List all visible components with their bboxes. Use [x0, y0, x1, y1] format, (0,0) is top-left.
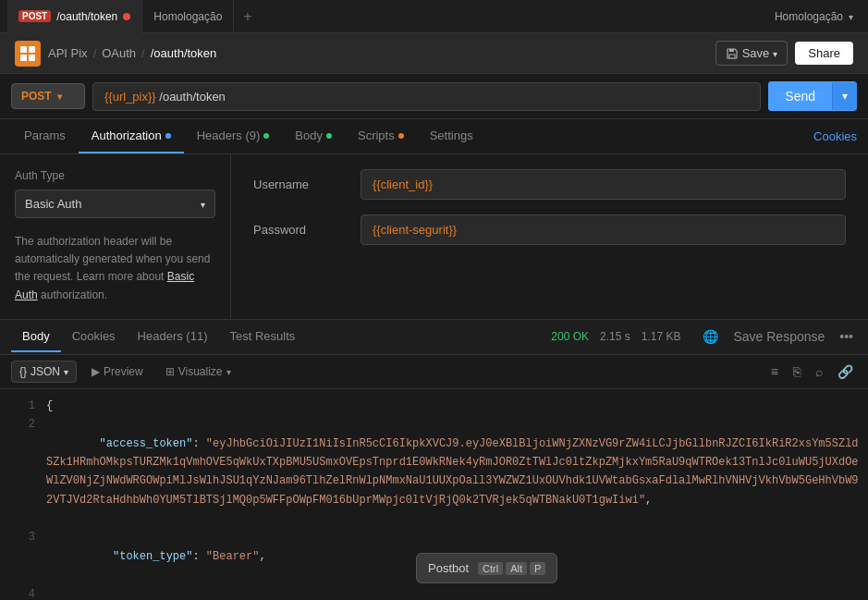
- username-label: Username: [253, 178, 346, 191]
- share-button[interactable]: Share: [795, 42, 853, 65]
- response-tab-headers[interactable]: Headers (11): [127, 322, 219, 352]
- auth-username-field: Username: [253, 169, 846, 200]
- workspace-selector[interactable]: Homologação: [767, 6, 861, 27]
- tab-homologacao[interactable]: Homologação: [142, 0, 234, 33]
- response-action-buttons: 🌐 Save Response •••: [699, 327, 857, 346]
- share-label: Share: [808, 46, 840, 60]
- line-num-1: 1: [7, 397, 35, 415]
- format-label: JSON: [31, 365, 60, 378]
- save-label: Save: [742, 46, 770, 60]
- svg-rect-4: [729, 55, 735, 58]
- auth-description: The authorization header will be automat…: [15, 233, 215, 304]
- save-chevron-icon: [773, 46, 777, 60]
- globe-icon-button[interactable]: 🌐: [699, 327, 722, 346]
- tab-post-oauth[interactable]: POST /oauth/token: [7, 0, 142, 33]
- tab-settings-label: Settings: [430, 129, 473, 142]
- response-size: 1.17 KB: [642, 330, 681, 343]
- cookies-link[interactable]: Cookies: [813, 129, 857, 143]
- auth-content: Auth Type Basic Auth The authorization h…: [0, 154, 868, 319]
- filter-icon-button[interactable]: ≡: [767, 362, 782, 381]
- breadcrumb: API Pix / OAuth / /oauth/token: [48, 46, 216, 60]
- url-path-part: /oauth/token: [156, 90, 226, 104]
- tab-add-button[interactable]: +: [234, 8, 261, 25]
- auth-type-value: Basic Auth: [25, 197, 81, 211]
- svg-rect-2: [20, 55, 27, 61]
- auth-left-panel: Auth Type Basic Auth The authorization h…: [0, 154, 231, 319]
- key-p: P: [530, 562, 545, 575]
- response-tab-test-results[interactable]: Test Results: [218, 322, 306, 352]
- auth-type-dropdown[interactable]: Basic Auth: [15, 190, 215, 218]
- postbot-label: Postbot: [428, 561, 469, 575]
- tab-dirty-dot: [123, 13, 130, 20]
- workspace-label: Homologação: [775, 10, 843, 23]
- username-input[interactable]: [361, 169, 846, 200]
- main-tabs: Params Authorization Headers (9) Body Sc…: [0, 119, 868, 154]
- url-input[interactable]: {{url_pix}} /oauth/token: [92, 82, 761, 111]
- method-chevron-icon: [57, 90, 62, 103]
- tab-authorization-dot: [165, 133, 171, 139]
- tab-homologacao-label: Homologação: [153, 10, 222, 23]
- password-label: Password: [253, 223, 346, 237]
- visualize-label: Visualize: [178, 365, 223, 378]
- format-selector[interactable]: {} JSON: [11, 361, 77, 383]
- tab-headers-label: Headers (9): [197, 129, 261, 142]
- auth-type-chevron-icon: [201, 197, 205, 211]
- tab-bar: POST /oauth/token Homologação + Homologa…: [0, 0, 868, 33]
- link-icon-button[interactable]: 🔗: [834, 362, 857, 381]
- tab-settings[interactable]: Settings: [417, 119, 486, 153]
- svg-rect-3: [29, 55, 35, 61]
- save-response-button[interactable]: Save Response: [729, 327, 828, 346]
- send-button-group[interactable]: Send ▾: [768, 81, 857, 111]
- url-bar: POST {{url_pix}} /oauth/token Send ▾: [0, 74, 868, 119]
- more-options-button[interactable]: •••: [836, 327, 857, 346]
- response-tab-cookies[interactable]: Cookies: [61, 322, 127, 352]
- send-main-button[interactable]: Send: [768, 81, 832, 111]
- response-toolbar: {} JSON ▶ Preview ⊞ Visualize ≡ ⎘ ⌕ 🔗: [0, 355, 868, 389]
- save-button[interactable]: Save: [715, 41, 789, 66]
- save-icon: [726, 47, 739, 60]
- tab-scripts-label: Scripts: [358, 129, 395, 142]
- url-variable-part: {{url_pix}}: [104, 90, 156, 104]
- password-input[interactable]: [361, 214, 846, 245]
- app-logo: [15, 41, 41, 67]
- tab-body-dot: [326, 133, 332, 139]
- tab-authorization[interactable]: Authorization: [79, 119, 184, 153]
- preview-icon: ▶: [92, 365, 100, 378]
- tab-scripts[interactable]: Scripts: [345, 119, 417, 153]
- copy-icon-button[interactable]: ⎘: [789, 362, 804, 381]
- method-value: POST: [21, 90, 52, 103]
- breadcrumb-api-pix[interactable]: API Pix: [48, 46, 88, 60]
- breadcrumb-oauth[interactable]: OAuth: [102, 46, 136, 60]
- visualize-button[interactable]: ⊞ Visualize: [158, 361, 238, 382]
- tab-authorization-label: Authorization: [92, 129, 162, 142]
- send-dropdown-button[interactable]: ▾: [832, 82, 857, 110]
- tab-params-label: Params: [24, 129, 66, 142]
- workspace-chevron-icon: [849, 10, 853, 23]
- toolbar-right-actions: ≡ ⎘ ⌕ 🔗: [767, 362, 857, 381]
- tab-headers[interactable]: Headers (9): [184, 119, 283, 153]
- code-line-2: 2 "access_token": "eyJhbGciOiJIUzI1NiIsI…: [0, 415, 868, 528]
- method-dropdown[interactable]: POST: [11, 83, 85, 109]
- breadcrumb-sep2: /: [141, 46, 145, 60]
- code-line-4: 4 "expires_in": 3600,: [0, 585, 868, 600]
- response-tab-body[interactable]: Body: [11, 322, 61, 352]
- status-code: 200 OK: [551, 330, 589, 343]
- tab-body[interactable]: Body: [282, 119, 345, 153]
- preview-label: Preview: [104, 365, 143, 378]
- format-brace-icon: {}: [19, 365, 27, 378]
- search-icon-button[interactable]: ⌕: [812, 362, 826, 381]
- line-num-3: 3: [7, 528, 35, 546]
- preview-button[interactable]: ▶ Preview: [84, 361, 151, 382]
- line-num-4: 4: [7, 585, 35, 600]
- tab-params[interactable]: Params: [11, 119, 79, 153]
- response-time: 2.15 s: [600, 330, 630, 343]
- auth-desc-suffix: authorization.: [41, 288, 107, 301]
- svg-rect-1: [29, 46, 35, 53]
- header-actions: Save Share: [715, 41, 853, 66]
- tab-headers-dot: [263, 133, 269, 139]
- code-line-1: 1 {: [0, 397, 868, 415]
- code-content-2: "access_token": "eyJhbGciOiJIUzI1NiIsInR…: [46, 415, 861, 528]
- format-chevron-icon: [64, 365, 68, 378]
- tab-path-label: /oauth/token: [56, 10, 117, 23]
- response-tabs: Body Cookies Headers (11) Test Results 2…: [0, 320, 868, 355]
